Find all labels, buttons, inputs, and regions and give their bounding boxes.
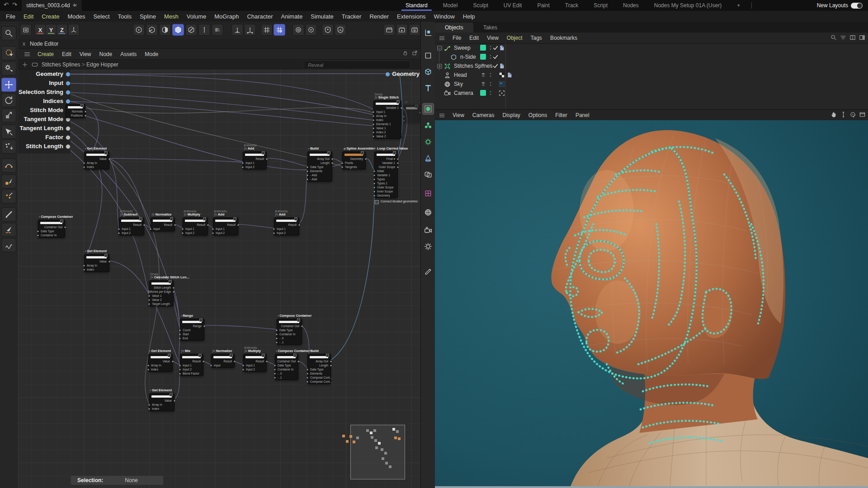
input-port[interactable]: Start bbox=[180, 332, 204, 336]
output-port[interactable]: Value bbox=[149, 359, 172, 363]
output-port[interactable]: Array Out bbox=[308, 157, 332, 161]
palette-deformer[interactable] bbox=[422, 188, 434, 199]
layout-tab-nodes[interactable]: Nodes bbox=[615, 0, 646, 11]
output-port[interactable]: Container Out bbox=[277, 324, 302, 328]
node-build-2[interactable]: ▪ BuildArray OutLengthData TypeElementsC… bbox=[307, 354, 331, 384]
tab-takes[interactable]: Takes bbox=[473, 23, 507, 33]
output-port[interactable]: Stitches per Edge bbox=[150, 290, 173, 294]
modeling-circle-button[interactable] bbox=[292, 24, 304, 36]
points-mode-button[interactable] bbox=[133, 24, 145, 36]
input-port[interactable]: Input 2 bbox=[119, 231, 144, 235]
tag-icon[interactable] bbox=[506, 72, 513, 78]
input-port[interactable]: Input 2 bbox=[243, 165, 266, 169]
palette-text[interactable] bbox=[422, 82, 434, 94]
enabled-state-green[interactable] bbox=[480, 90, 486, 96]
group-input-input[interactable]: Input bbox=[18, 80, 63, 86]
node-mode-values[interactable]: NormalsPositions bbox=[66, 104, 85, 118]
input-port[interactable]: Input 1 bbox=[274, 227, 299, 231]
input-port[interactable]: Types.1 bbox=[375, 181, 397, 185]
sketch-tool[interactable] bbox=[1, 238, 16, 252]
group-input-factor[interactable]: Factor bbox=[18, 135, 63, 140]
axis-y-button[interactable]: Y bbox=[45, 24, 57, 36]
input-port[interactable]: Index bbox=[150, 407, 174, 411]
selection-move-tool[interactable] bbox=[1, 125, 16, 139]
output-port[interactable]: Result bbox=[119, 223, 144, 227]
input-port[interactable]: Index bbox=[85, 267, 109, 272]
menu-character[interactable]: Character bbox=[243, 13, 277, 20]
spline-smooth-tool[interactable] bbox=[1, 159, 16, 173]
input-port[interactable]: - Add bbox=[308, 173, 332, 177]
output-port[interactable]: Stitch Length bbox=[150, 286, 173, 290]
input-port[interactable]: Input 2 bbox=[274, 231, 299, 235]
group-input-geometry[interactable]: Geometry bbox=[18, 71, 63, 77]
menu-file[interactable]: File bbox=[2, 13, 19, 20]
group-output-geometry[interactable]: Geometry bbox=[385, 71, 420, 77]
render-view-button[interactable] bbox=[383, 24, 395, 36]
node-single-stitch-group[interactable]: Groupƒx Single StitchVariable 1Input 1Ar… bbox=[373, 100, 401, 139]
node-editor-menu-create[interactable]: Create bbox=[33, 51, 58, 57]
palette-rectangle[interactable] bbox=[422, 50, 434, 61]
breadcrumb-item[interactable]: Edge Hopper bbox=[86, 61, 118, 68]
group-input-tangent-length[interactable]: Tangent Length bbox=[18, 126, 63, 131]
object-label[interactable]: Sweep bbox=[454, 45, 471, 51]
lock-icon[interactable] bbox=[402, 50, 408, 56]
node-get-element-2[interactable]: ▪ Get ElementValueArray InIndex bbox=[84, 254, 109, 272]
input-port[interactable]: Variable 1 bbox=[375, 173, 397, 177]
menu-tools[interactable]: Tools bbox=[114, 13, 136, 20]
input-port[interactable]: Points bbox=[343, 161, 365, 165]
render-settings-button[interactable] bbox=[409, 24, 420, 36]
group-input-stitch-mode[interactable]: Stitch Mode bbox=[18, 108, 63, 113]
output-port[interactable]: Value bbox=[150, 399, 174, 403]
node-footer-option[interactable]: Connect iterated geometries bbox=[375, 200, 420, 204]
palette-light[interactable] bbox=[422, 241, 434, 253]
tag-icon[interactable] bbox=[499, 63, 505, 69]
object-row-stitches-splines[interactable]: Stitches Splines bbox=[435, 61, 868, 70]
layer-state-icon[interactable] bbox=[480, 63, 486, 69]
output-port[interactable]: Container Out bbox=[38, 225, 65, 229]
menu-mesh[interactable]: Mesh bbox=[160, 13, 183, 20]
input-port[interactable]: Array In bbox=[149, 363, 172, 367]
object-menu-file[interactable]: File bbox=[448, 35, 465, 41]
layout-tab-uv-edit[interactable]: UV Edit bbox=[496, 0, 530, 11]
input-port[interactable]: Geometry bbox=[375, 193, 397, 197]
object-label[interactable]: Stitches Splines bbox=[454, 63, 492, 69]
input-port[interactable]: Blend Factor bbox=[180, 371, 203, 375]
zoom-tool[interactable] bbox=[1, 26, 16, 40]
input-port[interactable]: Input 1 bbox=[180, 363, 203, 367]
input-port[interactable]: Index bbox=[374, 118, 401, 122]
input-port[interactable]: Input 2 bbox=[183, 231, 208, 235]
workplane-button[interactable] bbox=[212, 24, 223, 36]
node-graph-canvas[interactable]: GeometryInputSelection StringIndicesStit… bbox=[18, 70, 420, 488]
object-row-sky[interactable]: Sky bbox=[435, 80, 868, 89]
input-port[interactable]: Target Length bbox=[150, 302, 173, 306]
object-row-n-side[interactable]: n-Side bbox=[435, 52, 868, 61]
input-port[interactable]: - .0 bbox=[277, 336, 302, 340]
menu-select[interactable]: Select bbox=[89, 13, 113, 20]
palette-camera[interactable] bbox=[422, 225, 434, 236]
viewport-menu-filter[interactable]: Filter bbox=[551, 112, 571, 118]
object-label[interactable]: n-Side bbox=[460, 54, 476, 60]
node-get-element-3[interactable]: ▪ Get ElementValueArray InIndex bbox=[148, 354, 173, 372]
render-picture-viewer-button[interactable] bbox=[396, 24, 408, 36]
input-port[interactable]: Compose Cont... bbox=[308, 380, 330, 384]
node-loop-carried-value[interactable]: ▪ Loop Carried ValueFinal ▾Variable 1Out… bbox=[374, 151, 398, 198]
visibility-dots[interactable] bbox=[487, 90, 494, 96]
breadcrumb[interactable]: Stitches Splines > Edge Hopper bbox=[42, 61, 118, 68]
hamburger-icon[interactable] bbox=[439, 112, 445, 119]
menu-window[interactable]: Window bbox=[430, 13, 459, 20]
output-port[interactable]: Final ▾ bbox=[375, 157, 397, 161]
pan-vertical-icon[interactable] bbox=[840, 111, 847, 118]
panel-split-icon[interactable] bbox=[849, 34, 856, 41]
node-get-element-4[interactable]: ▪ Get ElementValueArray InIndex bbox=[149, 393, 175, 411]
menu-help[interactable]: Help bbox=[459, 13, 479, 20]
output-port[interactable]: Range bbox=[180, 324, 204, 328]
output-port[interactable]: Positions bbox=[66, 113, 85, 117]
node-range[interactable]: ▪ RangeRangeCountStartEnd bbox=[180, 319, 204, 341]
input-port[interactable]: Value 2 bbox=[150, 298, 173, 302]
points-move-tool[interactable] bbox=[1, 140, 16, 154]
input-port[interactable]: Index bbox=[149, 367, 172, 371]
filter-rows-icon[interactable] bbox=[840, 34, 846, 41]
undo-redo-icons[interactable]: ↶↷ bbox=[4, 1, 21, 8]
close-panel-icon[interactable]: x bbox=[23, 41, 25, 47]
node-editor-menu-view[interactable]: View bbox=[75, 51, 95, 57]
